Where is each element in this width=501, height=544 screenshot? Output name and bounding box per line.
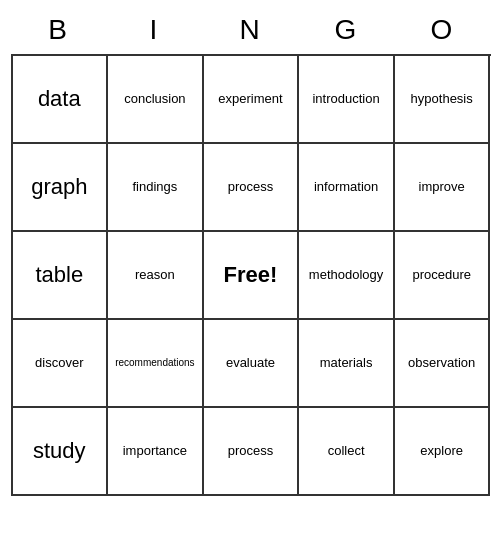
cell-r1-c4: improve [395, 144, 491, 232]
cell-text: methodology [309, 267, 383, 283]
cell-text: information [314, 179, 378, 195]
cell-text: collect [328, 443, 365, 459]
cell-r1-c0: graph [13, 144, 109, 232]
cell-text: evaluate [226, 355, 275, 371]
cell-r2-c3: methodology [299, 232, 395, 320]
cell-r4-c0: study [13, 408, 109, 496]
cell-text: Free! [224, 262, 278, 288]
cell-text: hypothesis [411, 91, 473, 107]
cell-r3-c2: evaluate [204, 320, 300, 408]
cell-r3-c0: discover [13, 320, 109, 408]
cell-r4-c2: process [204, 408, 300, 496]
cell-text: experiment [218, 91, 282, 107]
cell-text: graph [31, 174, 87, 200]
cell-r2-c0: table [13, 232, 109, 320]
cell-text: discover [35, 355, 83, 371]
bingo-card: BINGO dataconclusionexperimentintroducti… [11, 10, 491, 496]
cell-text: improve [419, 179, 465, 195]
header-letter: G [299, 10, 395, 50]
cell-text: importance [123, 443, 187, 459]
cell-r4-c3: collect [299, 408, 395, 496]
cell-text: data [38, 86, 81, 112]
cell-text: reason [135, 267, 175, 283]
cell-text: recommendations [115, 357, 194, 369]
header-letter: N [203, 10, 299, 50]
cell-r0-c1: conclusion [108, 56, 204, 144]
bingo-header: BINGO [11, 10, 491, 50]
cell-r0-c4: hypothesis [395, 56, 491, 144]
cell-text: process [228, 443, 274, 459]
cell-text: observation [408, 355, 475, 371]
cell-r2-c2: Free! [204, 232, 300, 320]
header-letter: I [107, 10, 203, 50]
cell-r4-c4: explore [395, 408, 491, 496]
cell-text: study [33, 438, 86, 464]
cell-r2-c1: reason [108, 232, 204, 320]
cell-text: conclusion [124, 91, 185, 107]
cell-r0-c3: introduction [299, 56, 395, 144]
cell-text: explore [420, 443, 463, 459]
cell-text: process [228, 179, 274, 195]
cell-r2-c4: procedure [395, 232, 491, 320]
cell-r3-c1: recommendations [108, 320, 204, 408]
header-letter: B [11, 10, 107, 50]
cell-r1-c2: process [204, 144, 300, 232]
bingo-grid: dataconclusionexperimentintroductionhypo… [11, 54, 491, 496]
cell-r0-c0: data [13, 56, 109, 144]
cell-text: materials [320, 355, 373, 371]
cell-r1-c1: findings [108, 144, 204, 232]
cell-r3-c4: observation [395, 320, 491, 408]
cell-r3-c3: materials [299, 320, 395, 408]
cell-r0-c2: experiment [204, 56, 300, 144]
cell-text: introduction [312, 91, 379, 107]
cell-text: procedure [412, 267, 471, 283]
cell-r4-c1: importance [108, 408, 204, 496]
cell-r1-c3: information [299, 144, 395, 232]
cell-text: table [35, 262, 83, 288]
cell-text: findings [132, 179, 177, 195]
header-letter: O [395, 10, 491, 50]
